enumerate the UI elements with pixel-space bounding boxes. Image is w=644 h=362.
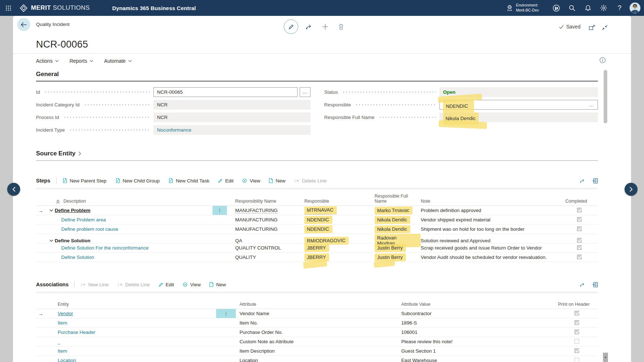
step-description-link[interactable]: Define Solution <box>61 255 94 260</box>
open-in-excel-icon[interactable] <box>592 282 598 287</box>
column-entity[interactable]: Entity <box>49 302 216 307</box>
associations-table-header: Entity Attribute Attribute Value Print o… <box>36 293 598 309</box>
general-section-rule <box>36 81 598 81</box>
settings-gear-icon[interactable] <box>596 0 612 16</box>
new-parent-step-button[interactable]: New Parent Step <box>62 178 107 184</box>
entity-link[interactable]: _ <box>58 339 61 344</box>
waffle-menu-icon[interactable] <box>0 0 17 16</box>
responsibility-value: MANUFACTURING <box>235 208 278 213</box>
chevron-down-icon <box>55 60 59 62</box>
entity-link[interactable]: Location <box>58 358 76 362</box>
source-entity-section-toggle[interactable]: Source Entity <box>36 150 81 157</box>
share-icon <box>306 24 313 30</box>
dynamics365-app-icon[interactable] <box>548 0 564 16</box>
expand-chevron-icon[interactable] <box>49 209 53 212</box>
next-record-button[interactable] <box>625 183 638 196</box>
incident-type-link[interactable]: Noconformance <box>157 127 191 133</box>
step-description-link[interactable]: Define Problem area <box>61 217 106 222</box>
column-description[interactable]: Description <box>63 199 86 204</box>
search-icon[interactable] <box>564 0 580 16</box>
open-in-new-window-icon[interactable] <box>588 24 596 31</box>
highlight-mark: NDENDIC <box>304 216 332 224</box>
responsible-lookup-button[interactable]: ... <box>589 100 594 109</box>
step-description-link[interactable]: Define problem root cause <box>61 226 118 232</box>
scrollbar-thumb[interactable] <box>604 70 607 123</box>
column-responsible[interactable]: Responsible <box>304 199 375 204</box>
column-attribute[interactable]: Attribute <box>236 302 400 307</box>
process-id-label: Process Id <box>36 115 59 120</box>
entity-link[interactable]: Item <box>58 320 67 326</box>
responsible-field[interactable]: NDENDIC ... <box>439 100 598 110</box>
associations-section-title: Associations <box>36 282 68 287</box>
id-lookup-button[interactable]: ... <box>300 87 310 97</box>
open-in-excel-icon[interactable] <box>592 178 598 184</box>
menu-automate[interactable]: Automate <box>104 58 132 64</box>
attribute-value-text: Please review this note! <box>400 339 556 344</box>
column-responsibility-name[interactable]: Responsibility Name <box>227 199 304 204</box>
menu-reports[interactable]: Reports <box>70 58 93 64</box>
row-ellipsis-cell[interactable]: ⋮ <box>216 309 236 318</box>
new-child-task-button[interactable]: New Child Task <box>168 178 209 184</box>
steps-section-title: Steps <box>36 178 50 184</box>
note-value: Shipment was on hold for too long on the… <box>421 226 562 232</box>
table-row: Item Item No. 1896-S <box>36 318 598 328</box>
column-completed[interactable]: Completed <box>562 199 598 204</box>
column-responsible-full-name[interactable]: Responsible Full Name <box>375 194 421 204</box>
assoc-view-button[interactable]: View <box>183 282 201 287</box>
entity-link[interactable]: Vendor <box>58 311 73 316</box>
column-print-on-header[interactable]: Print on Header <box>556 302 598 307</box>
entity-link[interactable]: Item <box>58 348 67 354</box>
share-button[interactable] <box>305 22 314 31</box>
column-note[interactable]: Note <box>421 199 562 204</box>
previous-record-button[interactable] <box>7 183 20 196</box>
delete-record-button[interactable] <box>336 22 346 31</box>
steps-new-button[interactable]: New <box>269 178 285 184</box>
id-field[interactable]: NCR-00065 <box>153 87 298 97</box>
new-child-group-button[interactable]: New Child Group <box>115 178 160 184</box>
environment-indicator[interactable]: Environment: Merit-BC-Dev <box>506 3 539 13</box>
row-ellipsis-cell[interactable]: ⋮ <box>213 206 227 215</box>
user-avatar[interactable] <box>630 3 640 13</box>
app-title[interactable]: Dynamics 365 Business Central <box>112 5 196 11</box>
column-attribute-value[interactable]: Attribute Value <box>400 302 556 307</box>
note-value: Vendor Audit should be scheduled for ven… <box>421 255 562 260</box>
menu-actions[interactable]: Actions <box>36 58 59 64</box>
share-section-icon[interactable] <box>580 178 586 184</box>
step-description-link[interactable]: Define Problem <box>55 208 90 213</box>
collapse-all-rows-icon[interactable] <box>56 200 60 204</box>
completed-checkbox <box>577 226 582 231</box>
step-description-link[interactable]: Define Solution For the nonconformance <box>61 245 148 251</box>
share-section-icon[interactable] <box>580 282 586 287</box>
responsibility-value: MANUFACTURING <box>227 226 304 232</box>
document-add-icon <box>115 178 120 183</box>
collapse-view-icon[interactable] <box>601 24 609 31</box>
document-add-icon <box>62 178 67 183</box>
status-value: Open <box>443 89 456 95</box>
toolbar-divider <box>56 177 57 184</box>
print-on-header-checkbox <box>574 348 579 353</box>
dotted-leader <box>84 100 150 110</box>
step-description-link[interactable]: Define Solution <box>55 238 90 243</box>
scrollbar-down-button[interactable]: ▾ <box>603 353 608 362</box>
expand-chevron-icon[interactable] <box>49 239 53 242</box>
edit-record-button[interactable] <box>284 19 298 34</box>
pencil-icon <box>158 282 163 287</box>
check-icon <box>559 25 564 29</box>
attribute-value: Custom Note as Attribute <box>236 339 400 344</box>
info-icon[interactable] <box>599 57 606 63</box>
diamond-logo-icon <box>19 4 28 12</box>
steps-edit-button[interactable]: Edit <box>218 178 233 184</box>
back-button[interactable] <box>17 18 30 31</box>
assoc-new-button[interactable]: New <box>209 282 226 287</box>
note-value: Vendor shipped expired material <box>421 217 562 222</box>
chevron-right-icon <box>79 151 81 156</box>
notifications-bell-icon[interactable] <box>580 0 596 16</box>
steps-table: Description Responsibility Name Responsi… <box>36 190 598 262</box>
help-icon[interactable]: ? <box>612 0 627 16</box>
new-record-button[interactable] <box>321 22 330 31</box>
steps-view-button[interactable]: View <box>242 178 260 184</box>
assoc-edit-button[interactable]: Edit <box>158 282 174 287</box>
entity-link[interactable]: Purchase Header <box>58 330 95 335</box>
highlight-mark: JBERRY <box>304 244 329 252</box>
responsibility-value: QUALITY <box>227 255 304 260</box>
